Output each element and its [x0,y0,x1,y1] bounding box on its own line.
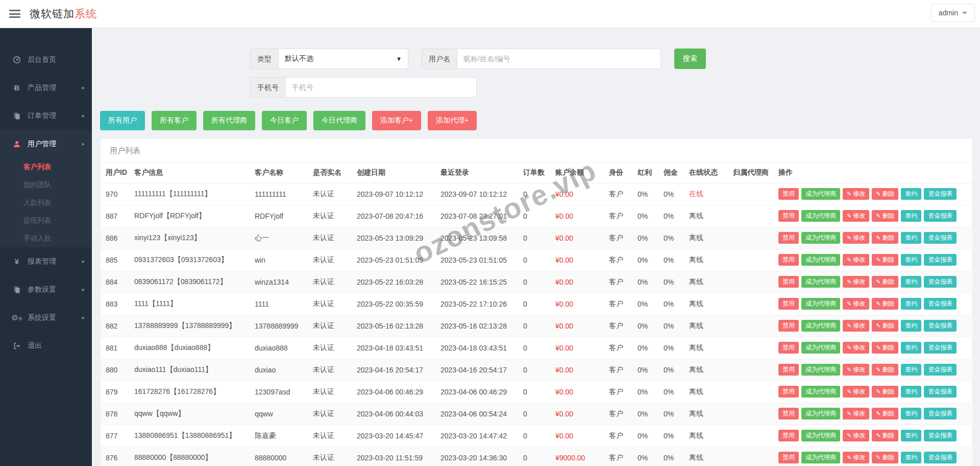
disable-button[interactable]: 禁用 [778,430,799,441]
delete-button[interactable]: ✎删除 [872,364,898,375]
edit-button[interactable]: ✎修改 [843,188,869,199]
delete-button[interactable]: ✎删除 [872,188,898,199]
edit-button[interactable]: ✎修改 [843,430,869,441]
disable-button[interactable]: 禁用 [778,254,799,265]
sidebar-item[interactable]: 后台首页 [0,45,92,74]
sign-button[interactable]: 签约 [901,276,921,287]
delete-button[interactable]: ✎删除 [872,386,898,397]
sidebar-item[interactable]: 参数设置▸ [0,275,92,304]
sign-button[interactable]: 签约 [901,342,921,353]
fund-report-button[interactable]: 资金报表 [924,298,957,309]
delete-button[interactable]: ✎删除 [872,276,898,287]
disable-button[interactable]: 禁用 [778,276,799,287]
make-agent-button[interactable]: 成为代理商 [801,452,840,463]
edit-button[interactable]: ✎修改 [843,364,869,375]
delete-button[interactable]: ✎删除 [872,254,898,265]
disable-button[interactable]: 禁用 [778,298,799,309]
sidebar-item[interactable]: ¥报表管理▸ [0,247,92,275]
fund-report-button[interactable]: 资金报表 [924,364,957,375]
sign-button[interactable]: 签约 [901,254,921,265]
sidebar-item[interactable]: Ƀ产品管理▸ [0,74,92,102]
sign-button[interactable]: 签约 [901,386,921,397]
fund-report-button[interactable]: 资金报表 [924,254,957,265]
edit-button[interactable]: ✎修改 [843,232,869,243]
sign-button[interactable]: 签约 [901,408,921,419]
disable-button[interactable]: 禁用 [778,210,799,221]
edit-button[interactable]: ✎修改 [843,342,869,353]
fund-report-button[interactable]: 资金报表 [924,210,957,221]
delete-button[interactable]: ✎删除 [872,210,898,221]
make-agent-button[interactable]: 成为代理商 [801,430,840,441]
edit-button[interactable]: ✎修改 [843,386,869,397]
sign-button[interactable]: 签约 [901,452,921,463]
delete-button[interactable]: ✎删除 [872,452,898,463]
disable-button[interactable]: 禁用 [778,408,799,419]
sidebar-item[interactable]: 订单管理▸ [0,102,92,130]
username-input[interactable] [457,49,661,69]
sign-button[interactable]: 签约 [901,320,921,331]
edit-button[interactable]: ✎修改 [843,320,869,331]
phone-input[interactable] [285,77,477,98]
disable-button[interactable]: 禁用 [778,320,799,331]
type-select[interactable]: 默认不选 ▼ [278,49,408,69]
toolbar-button[interactable]: 所有代理商 [203,111,255,130]
disable-button[interactable]: 禁用 [778,364,799,375]
make-agent-button[interactable]: 成为代理商 [801,232,840,243]
hamburger-menu-icon[interactable] [9,10,20,18]
sidebar-subitem[interactable]: 入款列表 [0,194,92,212]
fund-report-button[interactable]: 资金报表 [924,232,957,243]
fund-report-button[interactable]: 资金报表 [924,188,957,199]
toolbar-button[interactable]: 今日代理商 [313,111,365,130]
sign-button[interactable]: 签约 [901,364,921,375]
disable-button[interactable]: 禁用 [778,452,799,463]
sidebar-item[interactable]: 退出 [0,332,92,360]
fund-report-button[interactable]: 资金报表 [924,452,957,463]
toolbar-button[interactable]: 添加代理+ [428,111,477,130]
make-agent-button[interactable]: 成为代理商 [801,188,840,199]
make-agent-button[interactable]: 成为代理商 [801,298,840,309]
make-agent-button[interactable]: 成为代理商 [801,342,840,353]
fund-report-button[interactable]: 资金报表 [924,320,957,331]
disable-button[interactable]: 禁用 [778,342,799,353]
sidebar-subitem[interactable]: 我的团队 [0,176,92,194]
toolbar-button[interactable]: 添加客户+ [372,111,421,130]
sidebar-item[interactable]: ⚙⚙系统设置▸ [0,304,92,332]
delete-button[interactable]: ✎删除 [872,408,898,419]
sidebar-subitem[interactable]: 提现列表 [0,212,92,229]
edit-button[interactable]: ✎修改 [843,452,869,463]
edit-button[interactable]: ✎修改 [843,210,869,221]
make-agent-button[interactable]: 成为代理商 [801,254,840,265]
sign-button[interactable]: 签约 [901,232,921,243]
disable-button[interactable]: 禁用 [778,232,799,243]
fund-report-button[interactable]: 资金报表 [924,408,957,419]
fund-report-button[interactable]: 资金报表 [924,430,957,441]
edit-button[interactable]: ✎修改 [843,254,869,265]
toolbar-button[interactable]: 所有客户 [152,111,197,130]
edit-button[interactable]: ✎修改 [843,298,869,309]
make-agent-button[interactable]: 成为代理商 [801,408,840,419]
delete-button[interactable]: ✎删除 [872,342,898,353]
disable-button[interactable]: 禁用 [778,188,799,199]
make-agent-button[interactable]: 成为代理商 [801,364,840,375]
make-agent-button[interactable]: 成为代理商 [801,276,840,287]
user-dropdown[interactable]: admin [931,4,975,22]
sidebar-subitem[interactable]: 客户列表 [0,158,92,176]
edit-button[interactable]: ✎修改 [843,276,869,287]
sign-button[interactable]: 签约 [901,430,921,441]
fund-report-button[interactable]: 资金报表 [924,342,957,353]
make-agent-button[interactable]: 成为代理商 [801,386,840,397]
fund-report-button[interactable]: 资金报表 [924,276,957,287]
disable-button[interactable]: 禁用 [778,386,799,397]
delete-button[interactable]: ✎删除 [872,320,898,331]
sign-button[interactable]: 签约 [901,298,921,309]
sign-button[interactable]: 签约 [901,210,921,221]
sidebar-item[interactable]: 用户管理▸ [0,130,92,158]
edit-button[interactable]: ✎修改 [843,408,869,419]
make-agent-button[interactable]: 成为代理商 [801,320,840,331]
toolbar-button[interactable]: 所有用户 [100,111,145,130]
delete-button[interactable]: ✎删除 [872,232,898,243]
delete-button[interactable]: ✎删除 [872,430,898,441]
sidebar-subitem[interactable]: 手动入款 [0,229,92,247]
sign-button[interactable]: 签约 [901,188,921,199]
make-agent-button[interactable]: 成为代理商 [801,210,840,221]
